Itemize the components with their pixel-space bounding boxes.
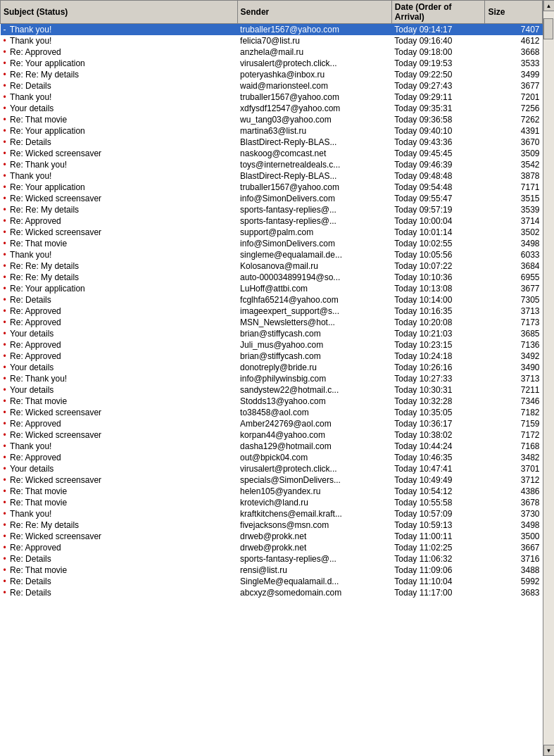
table-row[interactable]: • Re: That moviewu_tang03@yahoo.comToday… <box>1 114 543 125</box>
table-row[interactable]: • Re: Detailssports-fantasy-replies@...T… <box>1 553 543 565</box>
email-sender: SingleMe@equalamail.d... <box>237 576 391 587</box>
table-row[interactable]: • Your detailsbrian@stiffycash.comToday … <box>1 328 543 339</box>
email-prefix-icon: • <box>4 408 9 417</box>
email-subject: • Re: Re: My details <box>1 519 238 531</box>
email-size: 3498 <box>485 519 543 531</box>
table-row[interactable]: • Your detailssandystew22@hotmail.c...To… <box>1 384 543 396</box>
table-row[interactable]: • Re: Approvedimageexpert_support@s...To… <box>1 305 543 317</box>
table-row[interactable]: • Your detailsxdfysdf12547@yahoo.comToda… <box>1 103 543 114</box>
table-row[interactable]: • Re: Your applicationtruballer1567@yaho… <box>1 182 543 193</box>
header-size[interactable]: Size <box>485 1 543 24</box>
email-date: Today 11:17:00 <box>391 587 485 598</box>
email-subject: - Thank you! <box>1 24 238 36</box>
email-subject: • Re: That movie <box>1 238 238 249</box>
table-row[interactable]: • Re: ApprovedJuli_mus@yahoo.comToday 10… <box>1 339 543 351</box>
table-row[interactable]: • Re: Approveddrweb@prokk.netToday 11:02… <box>1 542 543 553</box>
table-row[interactable]: • Re: Re: My detailssports-fantasy-repli… <box>1 204 543 215</box>
table-row[interactable]: • Re: Wicked screensaverdrweb@prokk.netT… <box>1 531 543 542</box>
table-row[interactable]: • Re: That moviekrotevich@land.ruToday 1… <box>1 497 543 508</box>
email-subject: • Re: That movie <box>1 486 238 497</box>
header-date[interactable]: Date (Order of Arrival) <box>391 1 485 24</box>
table-row[interactable]: • Re: Detailswaid@marionsteel.comToday 0… <box>1 80 543 92</box>
header-sender[interactable]: Sender <box>237 1 391 24</box>
table-row[interactable]: • Re: Wicked screensaverkorpan44@yahoo.c… <box>1 429 543 441</box>
table-row[interactable]: • Re: Wicked screensaverspecials@SimonDe… <box>1 474 543 486</box>
table-row[interactable]: • Re: Your applicationmartina63@list.ruT… <box>1 125 543 137</box>
table-row[interactable]: • Re: Thank you!info@philywinsbig.comTod… <box>1 373 543 384</box>
email-size: 3492 <box>485 351 543 362</box>
table-row[interactable]: • Thank you!kraftkitchens@email.kraft...… <box>1 508 543 519</box>
email-sender: sports-fantasy-replies@... <box>237 204 391 215</box>
table-row[interactable]: • Thank you!felicia70@list.ruToday 09:16… <box>1 35 543 46</box>
table-row[interactable]: • Re: Approvedout@bpick04.comToday 10:46… <box>1 452 543 463</box>
email-prefix-icon: • <box>4 363 9 372</box>
table-row[interactable]: • Thank you!truballer1567@yahoo.comToday… <box>1 92 543 103</box>
table-row[interactable]: • Re: Re: My detailsfivejacksons@msn.com… <box>1 519 543 531</box>
table-row[interactable]: • Re: Approvedanzhela@mail.ruToday 09:18… <box>1 46 543 58</box>
scroll-track[interactable] <box>543 11 554 745</box>
header-subject[interactable]: Subject (Status) <box>1 1 238 24</box>
email-prefix-icon: • <box>4 103 9 113</box>
table-row[interactable]: • Re: That movieinfo@SimonDelivers.comTo… <box>1 238 543 249</box>
table-row[interactable]: • Thank you!BlastDirect-Reply-BLAS...Tod… <box>1 170 543 182</box>
email-prefix-icon: • <box>4 47 9 57</box>
email-subject-text: Re: Your application <box>10 58 85 68</box>
email-subject-text: Your details <box>10 329 53 339</box>
email-date: Today 10:23:15 <box>391 339 485 351</box>
email-subject-text: Re: Re: My details <box>10 205 79 215</box>
email-prefix-icon: • <box>4 216 9 226</box>
table-row[interactable]: • Re: Detailsabcxyz@somedomain.comToday … <box>1 587 543 598</box>
table-row[interactable]: • Re: Your applicationLuHoff@attbi.comTo… <box>1 283 543 294</box>
email-prefix-icon: • <box>4 227 9 237</box>
email-sender: truballer1567@yahoo.com <box>237 24 391 36</box>
email-subject-text: Your details <box>10 464 53 474</box>
table-row[interactable]: • Re: Wicked screensaversupport@palm.com… <box>1 227 543 238</box>
table-row[interactable]: • Re: Thank you!toys@internetrealdeals.c… <box>1 159 543 170</box>
scroll-down-button[interactable]: ▼ <box>543 745 555 756</box>
email-prefix-icon: • <box>4 374 9 384</box>
table-row[interactable]: • Re: That movieStodds13@yahoo.comToday … <box>1 396 543 407</box>
table-row[interactable]: • Thank you!dasha129@hotmail.comToday 10… <box>1 441 543 452</box>
email-subject: • Re: Wicked screensaver <box>1 429 238 441</box>
table-row[interactable]: • Your detailsdonotreply@bride.ruToday 1… <box>1 362 543 373</box>
table-row[interactable]: • Re: ApprovedMSN_Newsletters@hot...Toda… <box>1 317 543 328</box>
table-row[interactable]: • Re: That moviehelen105@yandex.ruToday … <box>1 486 543 497</box>
email-subject: • Your details <box>1 328 238 339</box>
scroll-up-button[interactable]: ▲ <box>543 0 555 11</box>
table-row[interactable]: • Re: Detailsfcglhfa65214@yahoo.comToday… <box>1 294 543 305</box>
email-sender: fivejacksons@msn.com <box>237 519 391 531</box>
scroll-thumb[interactable] <box>543 18 553 39</box>
table-row[interactable]: • Your detailsvirusalert@protech.click..… <box>1 463 543 474</box>
table-row[interactable]: • Re: Wicked screensavernaskoog@comcast.… <box>1 148 543 159</box>
email-size: 3716 <box>485 553 543 565</box>
table-row[interactable]: • Re: DetailsBlastDirect-Reply-BLAS...To… <box>1 137 543 148</box>
table-row[interactable]: • Re: Approvedsports-fantasy-replies@...… <box>1 215 543 227</box>
table-row[interactable]: • Re: Wicked screensaverinfo@SimonDelive… <box>1 193 543 204</box>
email-subject: • Thank you! <box>1 249 238 260</box>
email-size: 7168 <box>485 441 543 452</box>
email-subject-text: Re: Re: My details <box>10 520 79 530</box>
table-row[interactable]: - Thank you!truballer1567@yahoo.comToday… <box>1 24 543 36</box>
email-subject: • Re: Your application <box>1 182 238 193</box>
email-subject: • Your details <box>1 463 238 474</box>
table-row[interactable]: • Thank you!singleme@equalamail.de...Tod… <box>1 249 543 260</box>
email-date: Today 09:48:48 <box>391 170 485 182</box>
table-row[interactable]: • Re: Re: My detailspoteryashka@inbox.ru… <box>1 69 543 80</box>
table-row[interactable]: • Re: Re: My detailsauto-000034899194@so… <box>1 272 543 283</box>
email-date: Today 10:16:35 <box>391 305 485 317</box>
table-row[interactable]: • Re: ApprovedAmber242769@aol.comToday 1… <box>1 418 543 429</box>
email-subject-text: Re: Approved <box>10 216 61 226</box>
email-date: Today 09:54:48 <box>391 182 485 193</box>
table-row[interactable]: • Re: DetailsSingleMe@equalamail.d...Tod… <box>1 576 543 587</box>
table-row[interactable]: • Re: Wicked screensaverto38458@aol.comT… <box>1 407 543 418</box>
table-row[interactable]: • Re: That movierensi@list.ruToday 11:09… <box>1 565 543 576</box>
email-subject: • Re: Approved <box>1 418 238 429</box>
email-sender: out@bpick04.com <box>237 452 391 463</box>
table-row[interactable]: • Re: Your applicationvirusalert@protech… <box>1 58 543 69</box>
email-date: Today 09:45:45 <box>391 148 485 159</box>
email-subject-text: Re: That movie <box>10 115 67 125</box>
table-row[interactable]: • Re: Approvedbrian@stiffycash.comToday … <box>1 351 543 362</box>
email-size: 3539 <box>485 204 543 215</box>
scrollbar[interactable]: ▲ ▼ <box>543 0 554 756</box>
table-row[interactable]: • Re: Re: My detailsKolosanova@mail.ruTo… <box>1 260 543 272</box>
